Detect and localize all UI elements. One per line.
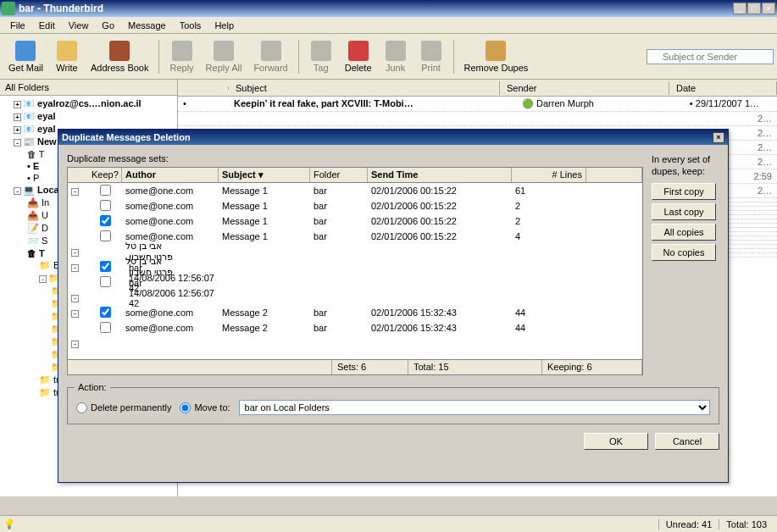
cell-lines: 44 [512, 323, 578, 333]
side-label: In every set of dupes, keep: [652, 153, 719, 178]
grid-row[interactable]: some@one.comMessage 2bar02/01/2006 15:32… [68, 320, 642, 335]
junk-icon [386, 41, 406, 61]
toolbar-separator [298, 40, 299, 74]
col-author: Author [122, 168, 219, 182]
first-copy-button[interactable]: First copy [652, 183, 716, 200]
keep-checkbox[interactable] [100, 276, 111, 287]
close-button[interactable]: × [762, 3, 775, 14]
cell-folder: bar [310, 308, 368, 318]
keep-checkbox[interactable] [100, 200, 111, 211]
cell-sendtime: 02/01/2006 15:32:43 [368, 323, 512, 333]
reply-all-button[interactable]: Reply All [201, 39, 247, 75]
cell-folder: bar [310, 201, 368, 211]
message-row[interactable]: • Keepin' it real fake, part XCVIII: T-M… [178, 97, 777, 112]
keep-checkbox[interactable] [100, 230, 111, 241]
window-title: bar - Thunderbird [19, 3, 733, 14]
collapse-icon[interactable]: - [71, 188, 79, 196]
menu-go[interactable]: Go [95, 19, 121, 32]
cell-sendtime: 14/08/2006 12:56:07 [125, 288, 219, 298]
menu-tools[interactable]: Tools [173, 19, 208, 32]
all-copies-button[interactable]: All copies [652, 224, 716, 241]
delete-permanently-radio[interactable]: Delete permanently [76, 402, 171, 413]
grid-row[interactable]: -some@one.comMessage 2bar02/01/2006 15:3… [68, 305, 642, 320]
collapse-icon[interactable]: - [71, 310, 79, 318]
last-copy-button[interactable]: Last copy [652, 203, 716, 220]
menubar: File Edit View Go Message Tools Help [0, 17, 777, 34]
grid-row[interactable]: אבי בן טל פרטי חשבוןbar14/08/2006 12:56:… [68, 274, 642, 290]
dialog-titlebar: Duplicate Messages Deletion × [58, 130, 728, 145]
book-icon [109, 41, 130, 61]
move-target-select[interactable]: bar on Local Folders [239, 400, 710, 415]
menu-help[interactable]: Help [208, 19, 241, 32]
duplicate-messages-dialog: Duplicate Messages Deletion × Duplicate … [58, 129, 729, 483]
duplicate-grid: Keep? Author Subject ▾ Folder Send Time … [67, 167, 643, 360]
grid-body[interactable]: -some@one.comMessage 1bar02/01/2006 00:1… [68, 183, 642, 359]
minimize-button[interactable]: _ [733, 3, 746, 14]
address-book-button[interactable]: Address Book [86, 39, 153, 75]
cell-subject: Message 1 [219, 231, 310, 241]
grid-footer: Sets: 6 Total: 15 Keeping: 6 [67, 360, 643, 375]
column-headers[interactable]: Subject Sender Date [178, 80, 777, 97]
no-copies-button[interactable]: No copies [652, 244, 716, 261]
keep-checkbox[interactable] [100, 261, 111, 272]
cancel-button[interactable]: Cancel [655, 433, 719, 450]
reply-icon [172, 41, 192, 61]
action-group: Action: Delete permanently Move to: bar … [67, 387, 719, 424]
toolbar-separator [453, 40, 454, 74]
keep-checkbox[interactable] [100, 307, 111, 318]
tag-button[interactable]: Tag [304, 39, 338, 75]
junk-button[interactable]: Junk [379, 39, 413, 75]
delete-icon [348, 41, 369, 61]
collapse-icon[interactable]: - [71, 264, 79, 272]
collapse-icon[interactable]: - [71, 295, 79, 302]
grid-row[interactable]: some@one.comMessage 1bar02/01/2006 00:15… [68, 213, 642, 229]
write-button[interactable]: Write [50, 39, 84, 75]
sidebar-header: All Folders [0, 80, 177, 96]
message-row[interactable]: 2… [178, 112, 777, 126]
dialog-title: Duplicate Messages Deletion [62, 132, 191, 142]
menu-file[interactable]: File [3, 19, 32, 32]
search-box [647, 49, 774, 64]
collapse-icon[interactable]: - [71, 249, 79, 257]
cell-folder: bar [310, 216, 368, 226]
maximize-button[interactable]: □ [747, 3, 761, 14]
search-input[interactable] [647, 49, 774, 64]
dupes-icon [486, 41, 506, 61]
col-sendtime: Send Time [368, 168, 512, 182]
unread-count: Unread: 41 [658, 519, 719, 529]
col-keep: Keep? [68, 168, 122, 182]
cell-lines: 4 [512, 231, 578, 241]
reply-button[interactable]: Reply [164, 39, 198, 75]
cell-sendtime: 02/01/2006 00:15:22 [368, 216, 512, 226]
keep-checkbox[interactable] [100, 185, 111, 196]
col-subject: Subject [229, 81, 500, 95]
menu-message[interactable]: Message [121, 19, 173, 32]
cell-lines: 2 [512, 216, 578, 226]
print-button[interactable]: Print [414, 39, 448, 75]
menu-edit[interactable]: Edit [32, 19, 62, 32]
tree-item: +📧 eyalroz@cs.…nion.ac.il [2, 97, 175, 110]
col-sender: Sender [500, 81, 669, 95]
keep-checkbox[interactable] [100, 215, 111, 226]
forward-button[interactable]: Forward [248, 39, 292, 75]
cell-subject: Message 2 [219, 308, 310, 318]
keep-checkbox[interactable] [100, 322, 111, 333]
cell-sendtime: 02/01/2006 00:15:22 [368, 186, 512, 196]
cell-sendtime: 02/01/2006 00:15:22 [368, 201, 512, 211]
footer-sets: Sets: 6 [332, 360, 408, 374]
delete-button[interactable]: Delete [340, 39, 377, 75]
cell-author: some@one.com [122, 323, 219, 333]
move-to-radio[interactable]: Move to: [180, 402, 230, 413]
collapse-icon[interactable]: - [71, 341, 79, 348]
remove-dupes-button[interactable]: Remove Dupes [459, 39, 534, 75]
get-mail-button[interactable]: Get Mail [3, 39, 48, 75]
mail-icon [15, 41, 36, 61]
cell-sendtime: 02/01/2006 00:15:22 [368, 231, 512, 241]
tree-item: +📧 eyal [2, 110, 175, 123]
grid-row[interactable]: -some@one.comMessage 1bar02/01/2006 00:1… [68, 183, 642, 198]
grid-row[interactable]: some@one.comMessage 1bar02/01/2006 00:15… [68, 198, 642, 213]
menu-view[interactable]: View [62, 19, 96, 32]
ok-button[interactable]: OK [584, 433, 648, 450]
grid-header[interactable]: Keep? Author Subject ▾ Folder Send Time … [68, 168, 642, 183]
dialog-close-button[interactable]: × [713, 132, 724, 143]
